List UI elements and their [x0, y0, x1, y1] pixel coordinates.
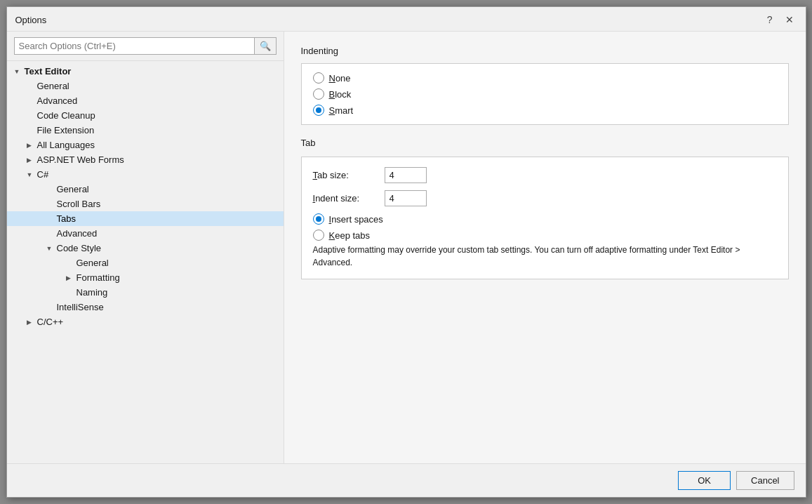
tree-label-cpp: C/C++: [37, 317, 64, 327]
tree-arrow-all-languages: ▶: [27, 142, 35, 149]
indent-size-row: Indent size:: [313, 190, 777, 206]
indent-block-label: Block: [329, 89, 352, 100]
content-area: 🔍 ▼Text EditorGeneralAdvancedCode Cleanu…: [7, 32, 806, 463]
tree-label-csharp: C#: [37, 169, 49, 180]
tree-item-text-editor[interactable]: ▼Text Editor: [7, 64, 284, 79]
tree-item-advanced-cs[interactable]: Advanced: [7, 226, 284, 241]
insert-spaces-radio[interactable]: [313, 213, 324, 225]
tree-item-tabs[interactable]: Tabs: [7, 211, 284, 226]
adaptive-hint: Adaptive formatting may override your cu…: [313, 244, 777, 269]
indent-block-radio[interactable]: [313, 88, 324, 100]
tree-item-intellisense[interactable]: IntelliSense: [7, 300, 284, 314]
tree-label-file-extension: File Extension: [37, 125, 95, 135]
ok-button[interactable]: OK: [678, 471, 731, 490]
tree-label-text-editor: Text Editor: [25, 66, 72, 77]
tree-label-code-style: Code Style: [57, 243, 102, 253]
tree-item-all-languages[interactable]: ▶All Languages: [7, 138, 284, 152]
tree-arrow-cpp: ▶: [27, 319, 35, 326]
tree-label-formatting: Formatting: [76, 272, 120, 283]
tree-label-code-cleanup: Code Cleanup: [37, 110, 95, 121]
right-panel: Indenting None Block: [284, 32, 806, 463]
indenting-section-box: None Block Smart: [301, 63, 789, 125]
insert-spaces-label: Insert spaces: [329, 214, 383, 225]
tree-item-formatting[interactable]: ▶Formatting: [7, 270, 284, 285]
tree-label-scroll-bars: Scroll Bars: [57, 199, 101, 209]
tree-item-advanced-1[interactable]: Advanced: [7, 93, 284, 108]
tree-arrow-text-editor: ▼: [14, 68, 22, 75]
title-bar-buttons: ? ✕: [764, 13, 797, 27]
close-button[interactable]: ✕: [782, 13, 797, 27]
indent-smart-row[interactable]: Smart: [313, 105, 777, 116]
tree-item-csharp[interactable]: ▼C#: [7, 167, 284, 182]
indent-none-label: None: [329, 73, 351, 84]
tab-size-label: Tab size:: [313, 170, 376, 180]
search-wrapper: 🔍: [7, 32, 284, 61]
tree-item-code-cleanup[interactable]: Code Cleanup: [7, 108, 284, 123]
tab-size-row: Tab size:: [313, 167, 777, 183]
tree-label-advanced-cs: Advanced: [57, 228, 98, 239]
tree-arrow-formatting: ▶: [66, 274, 74, 281]
indent-none-radio[interactable]: [313, 72, 324, 84]
keep-tabs-row[interactable]: Keep tabs: [313, 230, 777, 241]
title-bar: Options ? ✕: [7, 7, 806, 32]
bottom-bar: OK Cancel: [7, 463, 806, 497]
tree-label-intellisense: IntelliSense: [57, 302, 104, 312]
tree-label-general-cs: General: [57, 184, 89, 194]
indenting-title: Indenting: [301, 46, 789, 56]
tree-item-file-extension[interactable]: File Extension: [7, 123, 284, 138]
indent-size-label: Indent size:: [313, 193, 376, 204]
tree-label-all-languages: All Languages: [37, 140, 95, 150]
insert-spaces-row[interactable]: Insert spaces: [313, 213, 777, 225]
tab-section-title: Tab: [301, 138, 789, 148]
tree-item-general-1[interactable]: General: [7, 79, 284, 93]
indent-none-row[interactable]: None: [313, 72, 777, 84]
tree-item-general-cs[interactable]: General: [7, 182, 284, 197]
tree-item-code-style[interactable]: ▼Code Style: [7, 241, 284, 256]
indent-smart-radio[interactable]: [313, 105, 324, 116]
indenting-radio-group: None Block Smart: [313, 72, 777, 116]
tab-size-input[interactable]: [385, 167, 427, 183]
keep-tabs-radio[interactable]: [313, 230, 324, 241]
help-button[interactable]: ?: [764, 13, 776, 27]
tab-section-box: Tab size: Indent size: Insert spaces: [301, 157, 789, 279]
indent-block-row[interactable]: Block: [313, 88, 777, 100]
indent-smart-label: Smart: [329, 105, 354, 116]
tree-label-general-cs2: General: [76, 258, 109, 268]
tree-item-cpp[interactable]: ▶C/C++: [7, 314, 284, 329]
tree-item-aspnet[interactable]: ▶ASP.NET Web Forms: [7, 152, 284, 167]
search-button[interactable]: 🔍: [255, 37, 277, 55]
cancel-button[interactable]: Cancel: [736, 471, 794, 490]
tree-arrow-code-style: ▼: [46, 245, 55, 252]
spacing-radio-group: Insert spaces Keep tabs: [313, 213, 777, 241]
tree-panel: ▼Text EditorGeneralAdvancedCode CleanupF…: [7, 61, 284, 463]
search-input[interactable]: [14, 37, 255, 55]
tree-label-aspnet: ASP.NET Web Forms: [37, 154, 124, 165]
left-panel: 🔍 ▼Text EditorGeneralAdvancedCode Cleanu…: [7, 32, 284, 463]
tree-arrow-csharp: ▼: [27, 171, 35, 178]
keep-tabs-label: Keep tabs: [329, 230, 371, 241]
tree-arrow-aspnet: ▶: [27, 157, 35, 164]
tree-item-naming[interactable]: Naming: [7, 285, 284, 300]
options-dialog: Options ? ✕ 🔍 ▼Text EditorGeneralAdvance…: [6, 6, 806, 498]
tree-item-general-cs2[interactable]: General: [7, 256, 284, 270]
tree-label-tabs: Tabs: [57, 213, 76, 224]
tree-label-general-1: General: [37, 81, 69, 91]
tree-label-advanced-1: Advanced: [37, 95, 78, 106]
dialog-title: Options: [15, 15, 47, 25]
tree-label-naming: Naming: [76, 287, 108, 298]
tree-item-scroll-bars[interactable]: Scroll Bars: [7, 197, 284, 211]
indent-size-input[interactable]: [385, 190, 427, 206]
